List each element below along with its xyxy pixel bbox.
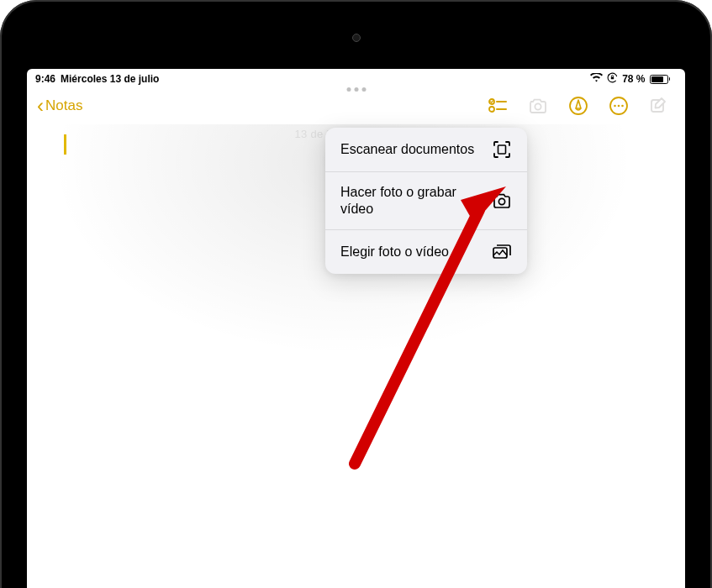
status-date: Miércoles 13 de julio	[61, 73, 159, 85]
popover-label: Escanear documentos	[340, 141, 474, 158]
popover-label: Elegir foto o vídeo	[340, 244, 449, 260]
popover-label: Hacer foto o grabar vídeo	[340, 184, 475, 218]
svg-point-10	[618, 105, 620, 108]
svg-rect-1	[611, 77, 614, 80]
battery-icon	[650, 75, 671, 84]
svg-rect-13	[498, 145, 506, 154]
svg-point-6	[535, 103, 541, 109]
scan-icon	[492, 139, 512, 160]
text-cursor	[64, 134, 66, 155]
chevron-left-icon: ‹	[37, 96, 44, 116]
compose-icon[interactable]	[648, 95, 670, 117]
camera-icon[interactable]	[527, 95, 549, 117]
wifi-icon	[590, 73, 603, 85]
checklist-icon[interactable]	[487, 95, 509, 117]
popover-item-take-photo-video[interactable]: Hacer foto o grabar vídeo	[325, 172, 527, 230]
status-left: 9:46 Miércoles 13 de julio	[35, 73, 159, 85]
markup-icon[interactable]	[567, 95, 589, 117]
popover-item-choose-photo-video[interactable]: Elegir foto o vídeo	[325, 230, 527, 274]
more-icon[interactable]	[608, 95, 630, 117]
status-time: 9:46	[35, 73, 55, 85]
status-bar: 9:46 Miércoles 13 de julio	[27, 69, 685, 87]
svg-point-4	[489, 107, 494, 112]
notes-toolbar: ‹ Notas	[27, 87, 685, 124]
status-right: 78 %	[590, 72, 670, 86]
back-label: Notas	[45, 97, 82, 114]
battery-percent: 78 %	[622, 73, 645, 85]
device-camera-dot	[352, 34, 361, 42]
popover-item-scan-documents[interactable]: Escanear documentos	[325, 128, 527, 172]
screen: 9:46 Miércoles 13 de julio	[27, 69, 685, 588]
svg-point-11	[621, 105, 624, 108]
toolbar-right	[487, 95, 670, 117]
device-frame: 9:46 Miércoles 13 de julio	[0, 0, 712, 588]
svg-point-14	[498, 198, 504, 204]
gallery-icon	[492, 242, 512, 262]
camera-icon	[492, 191, 512, 211]
back-button[interactable]: ‹ Notas	[37, 96, 82, 116]
camera-popover: Escanear documentos Hacer foto o grabar …	[325, 128, 527, 274]
multitasking-grabber[interactable]	[346, 87, 366, 92]
svg-point-9	[614, 105, 616, 108]
orientation-lock-icon	[607, 72, 618, 86]
